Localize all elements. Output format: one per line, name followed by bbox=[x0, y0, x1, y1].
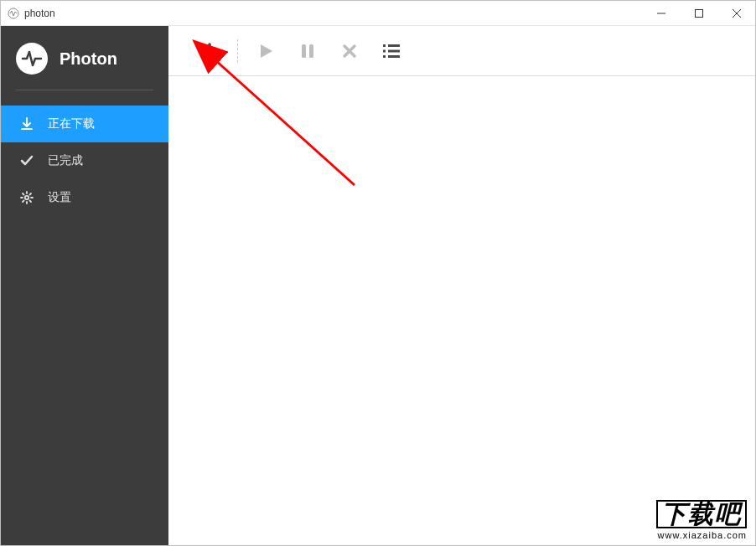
download-list-area bbox=[168, 76, 755, 545]
minimize-icon bbox=[657, 9, 665, 18]
app-icon bbox=[8, 8, 19, 19]
list-button[interactable] bbox=[370, 34, 412, 68]
add-button[interactable] bbox=[189, 34, 230, 68]
sidebar: Photon 正在下载 已完成 bbox=[1, 26, 168, 545]
app-body: Photon 正在下载 已完成 bbox=[1, 26, 755, 545]
svg-rect-10 bbox=[383, 49, 386, 52]
check-icon bbox=[19, 153, 34, 168]
download-icon bbox=[19, 116, 34, 131]
watermark-url: www.xiazaiba.com bbox=[656, 530, 747, 540]
play-button[interactable] bbox=[245, 34, 287, 68]
svg-rect-12 bbox=[383, 55, 386, 58]
svg-rect-6 bbox=[302, 44, 306, 58]
content bbox=[168, 26, 755, 545]
brand-name: Photon bbox=[60, 49, 117, 69]
svg-rect-2 bbox=[695, 9, 702, 17]
nav-label: 已完成 bbox=[48, 153, 83, 168]
brand-logo bbox=[16, 43, 48, 75]
svg-rect-7 bbox=[309, 44, 313, 58]
watermark: 下载吧 www.xiazaiba.com bbox=[656, 500, 747, 540]
nav-item-completed[interactable]: 已完成 bbox=[1, 142, 168, 179]
gear-icon bbox=[19, 190, 34, 205]
svg-rect-9 bbox=[388, 44, 400, 47]
pause-button[interactable] bbox=[287, 34, 329, 68]
toolbar-separator bbox=[237, 39, 238, 63]
nav-label: 正在下载 bbox=[48, 116, 95, 131]
maximize-button[interactable] bbox=[680, 1, 717, 25]
x-icon bbox=[342, 44, 357, 59]
minimize-button[interactable] bbox=[642, 1, 680, 25]
window-controls bbox=[642, 1, 755, 25]
watermark-text: 下载吧 bbox=[656, 500, 747, 528]
delete-button[interactable] bbox=[329, 34, 370, 68]
brand-divider bbox=[16, 90, 153, 90]
maximize-icon bbox=[695, 9, 703, 18]
nav: 正在下载 已完成 设置 bbox=[1, 106, 168, 216]
nav-item-downloading[interactable]: 正在下载 bbox=[1, 106, 168, 142]
close-button[interactable] bbox=[717, 1, 755, 25]
titlebar: photon bbox=[1, 1, 755, 26]
play-icon bbox=[256, 42, 275, 60]
app-window: photon Photon bbox=[0, 0, 756, 546]
close-icon bbox=[733, 9, 741, 18]
list-icon bbox=[382, 43, 401, 59]
toolbar bbox=[168, 26, 755, 76]
brand: Photon bbox=[1, 26, 168, 90]
nav-label: 设置 bbox=[48, 190, 71, 205]
window-title: photon bbox=[24, 8, 55, 19]
svg-point-5 bbox=[25, 196, 28, 199]
pulse-icon bbox=[21, 48, 43, 70]
nav-item-settings[interactable]: 设置 bbox=[1, 179, 168, 216]
svg-rect-11 bbox=[388, 49, 400, 52]
titlebar-left: photon bbox=[8, 8, 55, 19]
pause-icon bbox=[299, 43, 316, 59]
svg-rect-13 bbox=[388, 55, 400, 58]
plus-icon bbox=[200, 42, 219, 60]
svg-rect-8 bbox=[383, 44, 386, 47]
